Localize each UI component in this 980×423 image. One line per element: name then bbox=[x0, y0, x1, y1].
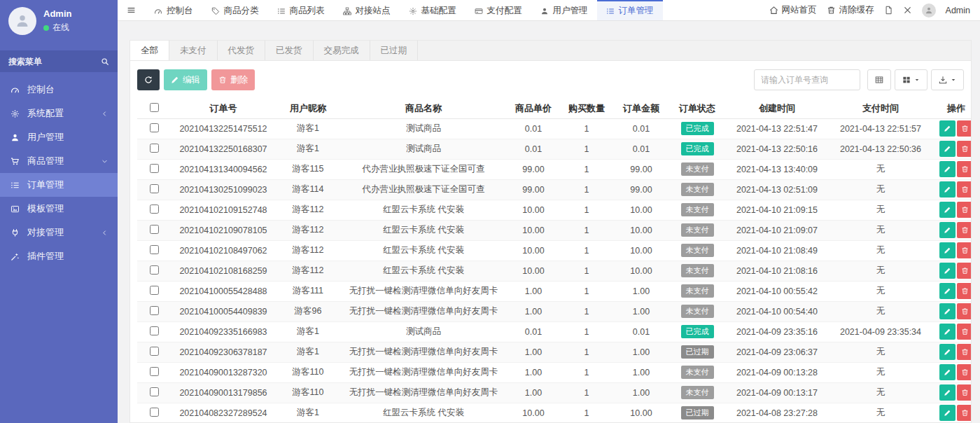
topnav-item-order-management[interactable]: 订单管理 bbox=[597, 0, 663, 20]
page-icon[interactable] bbox=[884, 6, 893, 15]
hamburger-icon[interactable] bbox=[118, 0, 145, 20]
row-checkbox[interactable] bbox=[150, 265, 159, 275]
row-checkbox[interactable] bbox=[150, 306, 159, 315]
topnav-item-goods-category[interactable]: 商品分类 bbox=[202, 0, 268, 20]
topnav-item-label: 订单管理 bbox=[619, 5, 654, 17]
row-edit-button[interactable] bbox=[939, 222, 955, 238]
tab-expired[interactable]: 已过期 bbox=[370, 41, 419, 60]
row-edit-button[interactable] bbox=[939, 364, 955, 380]
row-delete-button[interactable] bbox=[957, 161, 972, 177]
content-area: 全部未支付代发货已发货交易完成已过期 编辑 删除 bbox=[118, 21, 980, 423]
row-delete-button[interactable] bbox=[957, 120, 972, 137]
admin-avatar[interactable] bbox=[8, 7, 36, 35]
refresh-button[interactable] bbox=[137, 69, 160, 90]
row-checkbox[interactable] bbox=[150, 144, 159, 153]
row-edit-button[interactable] bbox=[939, 405, 955, 421]
row-checkbox[interactable] bbox=[150, 408, 159, 417]
row-edit-button[interactable] bbox=[939, 303, 955, 319]
row-checkbox[interactable] bbox=[150, 367, 159, 376]
select-all-checkbox[interactable] bbox=[150, 103, 159, 112]
row-edit-button[interactable] bbox=[939, 384, 955, 401]
row-delete-button[interactable] bbox=[957, 242, 972, 258]
order-row: 202104090013287320游客110无打扰一键检测清理微信单向好友周卡… bbox=[137, 362, 972, 382]
row-edit-button[interactable] bbox=[939, 202, 955, 218]
toggle-view-button[interactable] bbox=[867, 69, 891, 90]
topnav-item-dock-site[interactable]: 对接站点 bbox=[334, 0, 400, 20]
row-checkbox[interactable] bbox=[150, 286, 159, 295]
export-button[interactable] bbox=[931, 69, 964, 90]
edit-button[interactable]: 编辑 bbox=[164, 69, 207, 90]
sidebar-item-template-management[interactable]: 模板管理 bbox=[0, 197, 118, 221]
row-checkbox[interactable] bbox=[150, 184, 159, 193]
row-edit-button[interactable] bbox=[939, 181, 955, 197]
download-icon bbox=[939, 76, 947, 84]
topnav-item-basic-config[interactable]: 基础配置 bbox=[400, 0, 465, 20]
row-delete-button[interactable] bbox=[957, 222, 972, 238]
row-checkbox[interactable] bbox=[150, 225, 159, 234]
cell-user: 游客112 bbox=[276, 200, 340, 220]
order-search-input[interactable] bbox=[754, 69, 860, 90]
tab-shipped[interactable]: 已发货 bbox=[265, 41, 314, 60]
row-checkbox[interactable] bbox=[150, 204, 159, 214]
gear-icon bbox=[10, 109, 20, 118]
row-delete-button[interactable] bbox=[957, 202, 972, 218]
topnav-item-console[interactable]: 控制台 bbox=[145, 0, 202, 20]
row-checkbox[interactable] bbox=[150, 245, 159, 254]
sidebar-item-order-management[interactable]: 订单管理 bbox=[0, 173, 118, 197]
row-delete-button[interactable] bbox=[957, 364, 972, 380]
sidebar-menu: 控制台系统配置用户管理商品管理订单管理模板管理对接管理插件管理 bbox=[0, 78, 118, 268]
row-delete-button[interactable] bbox=[957, 303, 972, 319]
row-edit-button[interactable] bbox=[939, 283, 955, 299]
row-delete-button[interactable] bbox=[957, 384, 972, 401]
topnav-avatar[interactable] bbox=[922, 4, 936, 18]
row-delete-button[interactable] bbox=[957, 344, 972, 360]
row-edit-button[interactable] bbox=[939, 161, 955, 177]
row-edit-button[interactable] bbox=[939, 141, 955, 157]
row-checkbox[interactable] bbox=[150, 164, 159, 173]
tab-completed[interactable]: 交易完成 bbox=[314, 41, 370, 60]
site-home-link[interactable]: 网站首页 bbox=[769, 4, 817, 16]
row-delete-button[interactable] bbox=[957, 263, 972, 279]
row-checkbox[interactable] bbox=[150, 326, 159, 335]
trash-icon bbox=[961, 328, 969, 335]
sidebar-item-goods-management[interactable]: 商品管理 bbox=[0, 149, 118, 173]
row-delete-button[interactable] bbox=[957, 181, 972, 197]
row-edit-button[interactable] bbox=[939, 242, 955, 258]
row-delete-button[interactable] bbox=[957, 405, 972, 421]
sidebar-item-plugin-management[interactable]: 插件管理 bbox=[0, 244, 118, 268]
cell-price: 10.00 bbox=[507, 403, 560, 423]
topnav-item-goods-list[interactable]: 商品列表 bbox=[268, 0, 334, 20]
tab-unpaid[interactable]: 未支付 bbox=[169, 41, 218, 60]
sidebar-item-console[interactable]: 控制台 bbox=[0, 78, 118, 102]
columns-button[interactable] bbox=[895, 69, 927, 90]
delete-button[interactable]: 删除 bbox=[211, 69, 255, 90]
topnav-item-payment-config[interactable]: 支付配置 bbox=[465, 0, 531, 20]
row-delete-button[interactable] bbox=[957, 324, 972, 340]
topnav-item-user-management[interactable]: 用户管理 bbox=[531, 0, 597, 20]
row-edit-button[interactable] bbox=[939, 344, 955, 360]
row-edit-button[interactable] bbox=[939, 263, 955, 279]
admin-profile: Admin 在线 bbox=[0, 0, 118, 43]
sidebar-item-dock-management[interactable]: 对接管理 bbox=[0, 221, 118, 244]
topnav-admin-name[interactable]: Admin bbox=[946, 6, 970, 15]
clear-cache-link[interactable]: 清除缓存 bbox=[827, 4, 874, 16]
cell-product: 红盟云卡系统 代安装 bbox=[340, 403, 507, 423]
row-edit-button[interactable] bbox=[939, 120, 955, 137]
sidebar-item-user-management[interactable]: 用户管理 bbox=[0, 125, 118, 149]
row-checkbox[interactable] bbox=[150, 123, 159, 132]
row-delete-button[interactable] bbox=[957, 283, 972, 299]
tab-to-ship[interactable]: 代发货 bbox=[218, 41, 266, 60]
cell-product: 无打扰一键检测清理微信单向好友周卡 bbox=[340, 281, 507, 301]
tab-all[interactable]: 全部 bbox=[130, 41, 169, 60]
row-edit-button[interactable] bbox=[939, 324, 955, 340]
cell-paid: 2021-04-09 23:35:34 bbox=[829, 321, 932, 342]
cell-price: 1.00 bbox=[507, 382, 560, 403]
dashboard-icon bbox=[10, 85, 20, 95]
row-checkbox[interactable] bbox=[150, 387, 159, 396]
menu-search-input[interactable] bbox=[8, 57, 101, 67]
row-checkbox[interactable] bbox=[150, 347, 159, 356]
sidebar-item-system-config[interactable]: 系统配置 bbox=[0, 102, 118, 125]
search-icon[interactable] bbox=[101, 57, 109, 66]
close-icon[interactable] bbox=[903, 6, 912, 15]
row-delete-button[interactable] bbox=[957, 141, 972, 157]
